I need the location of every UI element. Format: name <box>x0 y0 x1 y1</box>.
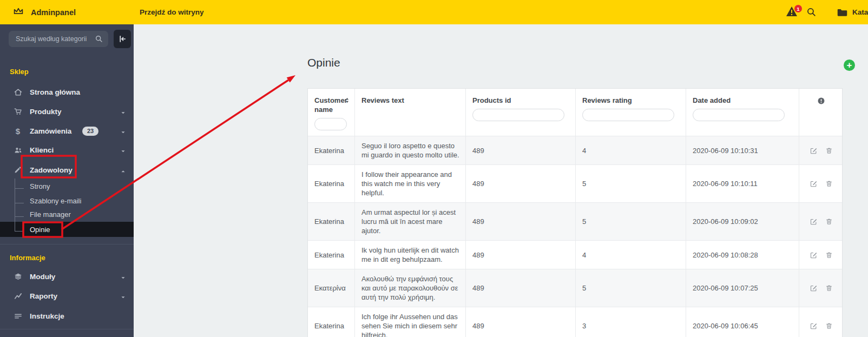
subitem-label: Szablony e-maili <box>30 197 81 205</box>
page-title: Opinie <box>307 56 340 69</box>
cell-customer: Ekaterina <box>308 165 355 202</box>
sidebar-collapse-button[interactable] <box>114 30 131 48</box>
filter-products-id-input[interactable] <box>472 109 564 121</box>
section-header-informacje: Informacje <box>10 254 45 262</box>
sidebar-subitem-szablony-emaili[interactable]: Szablony e-maili <box>0 194 134 208</box>
sidebar-subitem-file-manager[interactable]: File manager <box>0 207 134 221</box>
cell-customer: Ekaterina <box>308 241 355 269</box>
alerts-button[interactable]: 1 <box>786 6 801 19</box>
cell-rating: 5 <box>576 269 686 307</box>
cell-review-text: Seguo il loro aspetto e questo mi guardo… <box>355 136 466 164</box>
chevron-up-icon <box>120 167 126 176</box>
cell-customer: Εκατερίνα <box>308 269 355 307</box>
cell-review-text: Ik volg hun uiterlijk en dit watch me in… <box>355 241 466 269</box>
sidebar-search <box>9 31 108 47</box>
sidebar-subitem-strony[interactable]: Strony <box>0 179 134 193</box>
filter-date-input[interactable] <box>693 109 785 121</box>
folder-icon <box>837 8 848 17</box>
cell-customer: Ekaterina <box>308 136 355 164</box>
sidebar-divider <box>0 244 134 245</box>
trash-icon[interactable] <box>825 284 833 293</box>
chevron-down-icon <box>120 128 126 137</box>
edit-icon[interactable] <box>809 217 818 226</box>
sidebar-item-label: Strona główna <box>30 88 80 96</box>
cell-date: 2020-06-09 10:08:28 <box>686 241 799 269</box>
sort-icon[interactable] <box>344 96 350 106</box>
trash-icon[interactable] <box>825 146 833 155</box>
sidebar-subitem-opinie[interactable]: Opinie <box>0 222 134 236</box>
trash-icon[interactable] <box>825 322 833 331</box>
search-icon[interactable] <box>806 7 817 19</box>
cell-actions <box>799 241 842 269</box>
cell-date: 2020-06-09 10:09:02 <box>686 203 799 240</box>
table-row: Ekaterina Ik volg hun uiterlijk en dit w… <box>308 240 842 269</box>
crown-logo-icon <box>12 5 24 19</box>
list-icon <box>13 311 23 321</box>
table-row: Εκατερίνα Ακολουθώ την εμφάνισή τους και… <box>308 269 842 307</box>
table-row: Ekaterina Am urmat aspectul lor și acest… <box>308 202 842 240</box>
edit-icon[interactable] <box>809 284 818 293</box>
cell-date: 2020-06-09 10:10:11 <box>686 165 799 202</box>
sidebar-item-label: Klienci <box>30 146 54 154</box>
cell-date: 2020-06-09 10:07:25 <box>686 269 799 307</box>
sidebar-item-label: Zamówienia <box>30 127 71 135</box>
sidebar-item-label: Produkty <box>30 108 62 116</box>
cell-customer: Ekaterina <box>308 203 355 240</box>
sidebar-item-moduly[interactable]: Moduły <box>0 269 134 283</box>
cell-product-id: 489 <box>466 241 576 269</box>
chevron-down-icon <box>120 147 126 156</box>
trash-icon[interactable] <box>825 250 833 259</box>
search-icon <box>95 35 103 45</box>
cell-review-text: Am urmat aspectul lor și acest lucru mă … <box>355 203 466 240</box>
sidebar-item-raporty[interactable]: Raporty <box>0 289 134 303</box>
edit-icon[interactable] <box>809 250 818 259</box>
sidebar-item-label: Raporty <box>30 292 57 300</box>
filter-customer-input[interactable] <box>314 118 347 130</box>
cell-product-id: 489 <box>466 165 576 202</box>
edit-icon[interactable] <box>809 180 818 188</box>
sidebar-search-input[interactable] <box>9 31 108 47</box>
dollar-icon: $ <box>13 126 23 136</box>
line-chart-icon <box>13 291 23 301</box>
chevron-down-icon <box>120 108 126 118</box>
sidebar-item-label: Zadowolony <box>30 166 73 174</box>
header-date-added: Date added <box>686 89 799 136</box>
alerts-count-badge: 1 <box>794 5 802 12</box>
topbar: Adminpanel Przejdź do witryny 1 Kata <box>0 0 868 24</box>
table-header-row: Customer name Reviews text Products id R… <box>308 89 842 136</box>
sidebar-divider <box>0 329 134 329</box>
subitem-label: Opinie <box>30 226 50 234</box>
cell-review-text: Ακολουθώ την εμφάνισή τους και αυτό με π… <box>355 269 466 307</box>
edit-icon[interactable] <box>809 146 818 155</box>
sidebar-item-klienci[interactable]: Klienci <box>0 143 134 157</box>
add-review-button[interactable]: + <box>844 60 855 71</box>
trash-icon[interactable] <box>825 217 833 226</box>
filter-rating-input[interactable] <box>582 109 674 121</box>
home-icon <box>13 87 23 97</box>
sidebar-item-zamowienia[interactable]: $ Zamówienia 23 <box>0 124 134 138</box>
collapse-arrow-icon <box>117 34 127 44</box>
cell-actions <box>799 203 842 240</box>
header-actions <box>799 89 842 136</box>
sidebar-item-strona-glowna[interactable]: Strona główna <box>0 85 134 99</box>
sidebar-item-zadowolony[interactable]: Zadowolony <box>0 163 134 177</box>
catalog-label: Kata <box>852 8 868 16</box>
sidebar-item-label: Instrukcje <box>30 312 64 320</box>
reviews-table: Customer name Reviews text Products id R… <box>307 88 843 337</box>
cell-rating: 4 <box>576 241 686 269</box>
cell-review-text: Ich folge ihr Aussehen und das sehen Sie… <box>355 307 466 337</box>
cell-date: 2020-06-09 10:06:45 <box>686 307 799 337</box>
catalog-menu[interactable]: Kata <box>837 0 868 24</box>
edit-icon[interactable] <box>809 322 818 331</box>
cell-rating: 5 <box>576 203 686 240</box>
sidebar: Sklep Strona główna Produkty $ Zamówieni… <box>0 24 134 337</box>
trash-icon[interactable] <box>825 180 833 188</box>
table-row: Ekaterina Ich folge ihr Aussehen und das… <box>308 307 842 337</box>
sidebar-item-instrukcje[interactable]: Instrukcje <box>0 309 134 323</box>
cart-icon <box>13 107 23 116</box>
cell-actions <box>799 307 842 337</box>
go-to-site-link[interactable]: Przejdź do witryny <box>140 0 204 24</box>
chevron-down-icon <box>120 273 126 283</box>
cell-rating: 4 <box>576 136 686 164</box>
sidebar-item-produkty[interactable]: Produkty <box>0 104 134 118</box>
